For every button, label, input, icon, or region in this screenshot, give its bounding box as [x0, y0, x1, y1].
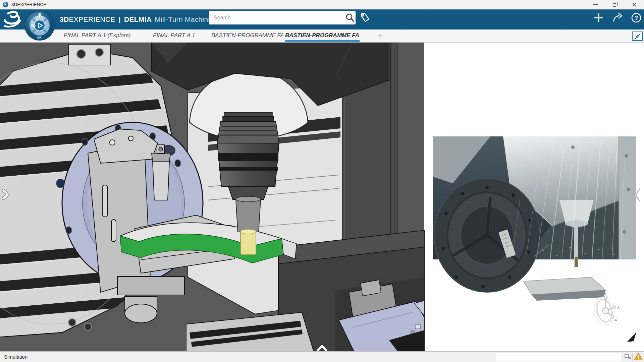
restore-icon — [613, 3, 616, 7]
brand-app: DELMIA — [124, 15, 152, 23]
status-bar: Simulation — [0, 351, 644, 362]
share-button[interactable] — [612, 12, 623, 23]
tool-tip-yellow — [240, 231, 256, 255]
collapse-viewport-button[interactable] — [632, 32, 643, 41]
window-title: 3DEXPERIENCE — [11, 2, 46, 7]
brand-3d: 3D — [60, 15, 69, 23]
axis-y-label: Y — [604, 291, 607, 296]
search-input[interactable] — [209, 15, 344, 21]
axis-z-label: Z — [614, 317, 617, 322]
overlap-windows-icon[interactable] — [623, 353, 633, 361]
compass[interactable]: 3D i V.R — [24, 10, 55, 41]
warning-button[interactable] — [633, 352, 643, 362]
help-icon: ? — [631, 12, 642, 23]
compass-info-label[interactable]: i — [47, 23, 49, 28]
tab-final-part-explore[interactable]: FINAL PART A.1 (Explore) — [64, 29, 151, 42]
collapse-arrows-icon — [633, 32, 642, 41]
app-header: 3DEXPERIENCE|DELMIAMill-Turn Machining — [0, 9, 644, 29]
svg-text:?: ? — [635, 15, 638, 21]
tab-bastien-programme-2[interactable]: BASTIEN-PROGRAMME FA — [285, 29, 360, 42]
search-icon[interactable] — [344, 12, 356, 23]
minimize-button[interactable] — [586, 0, 605, 9]
tag-icon — [360, 12, 371, 23]
compass-3d-label[interactable]: 3D — [31, 24, 36, 28]
tab-final-part[interactable]: FINAL PART A.1 — [153, 29, 203, 42]
share-icon — [612, 12, 623, 23]
warning-icon — [634, 352, 643, 361]
tab-bar: FINAL PART A.1 (Explore) FINAL PART A.1 … — [0, 29, 644, 43]
tab-label: BASTIEN-PROGRAMME FAO — [211, 32, 283, 39]
axis-x-label: X — [617, 305, 620, 310]
brand-experience: EXPERIENCE — [69, 15, 115, 23]
tab-label: FINAL PART A.1 (Explore) — [64, 32, 131, 39]
tab-label: FINAL PART A.1 — [153, 32, 195, 39]
brand-separator: | — [119, 15, 121, 23]
window-square-small — [628, 357, 631, 359]
new-tab-button[interactable]: + — [375, 30, 385, 41]
window-titlebar: 3DEXPERIENCE — [0, 0, 644, 9]
tab-bastien-programme-1[interactable]: BASTIEN-PROGRAMME FAO — [211, 29, 283, 42]
application-title: 3DEXPERIENCE|DELMIAMill-Turn Machining — [60, 9, 218, 29]
compass-vr-label[interactable]: V.R — [37, 36, 42, 39]
tab-label: BASTIEN-PROGRAMME FA — [285, 32, 359, 39]
app-icon — [3, 2, 8, 7]
minimize-icon — [593, 4, 598, 5]
dassault-3ds-logo[interactable] — [3, 11, 23, 28]
3d-viewport[interactable]: Y X Z — [0, 43, 644, 351]
add-button[interactable] — [593, 12, 604, 23]
tag-button[interactable] — [360, 12, 371, 23]
module-name: Mill-Turn Machining — [155, 15, 218, 23]
search-box[interactable] — [209, 11, 356, 24]
close-button[interactable] — [625, 0, 644, 9]
close-icon — [632, 2, 637, 7]
status-mode-label: Simulation — [4, 354, 28, 360]
add-icon — [593, 12, 604, 23]
restore-button[interactable] — [605, 0, 625, 9]
help-button[interactable]: ? — [631, 12, 642, 23]
command-input[interactable] — [496, 353, 621, 361]
